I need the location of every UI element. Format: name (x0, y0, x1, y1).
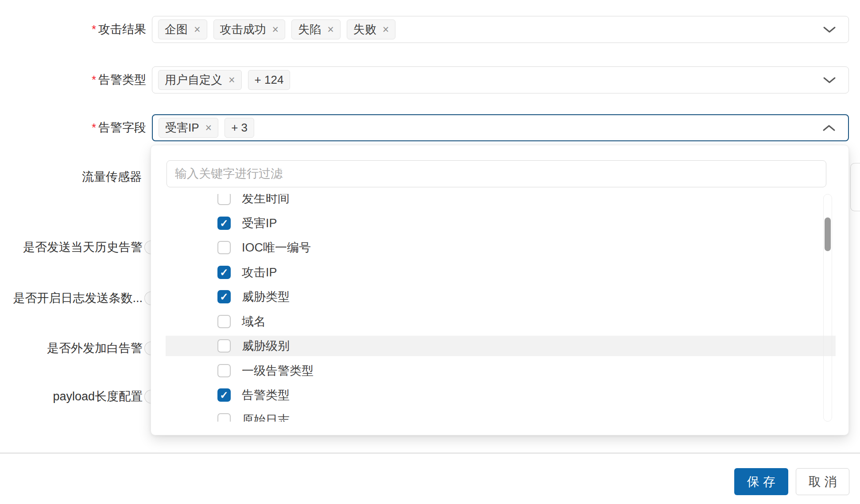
required-asterisk: * (92, 23, 96, 36)
tag-attack-success: 攻击成功× (213, 19, 286, 39)
filter-keyword-input[interactable] (167, 160, 826, 187)
checkbox-unchecked[interactable] (217, 339, 231, 353)
traffic-sensor-select-edge (850, 163, 860, 211)
checkbox-unchecked[interactable] (217, 194, 231, 205)
chevron-down-icon (823, 26, 836, 34)
checkbox-unchecked[interactable] (217, 241, 231, 254)
save-button[interactable]: 保 存 (734, 468, 788, 495)
check-icon: ✓ (218, 217, 230, 229)
tag-close-icon[interactable]: × (205, 122, 212, 133)
alert-field-label: *告警字段 (0, 119, 146, 136)
whitelist-alert-label: 是否外发加白告警 (0, 339, 143, 357)
log-count-label: 是否开启日志发送条数... (0, 289, 143, 307)
tag-compromised: 失陷× (291, 19, 341, 39)
cancel-button[interactable]: 取 消 (796, 468, 849, 495)
checkbox-unchecked[interactable] (217, 364, 231, 377)
tag-attempt: 企图× (158, 19, 207, 39)
alert-type-label: *告警类型 (0, 71, 146, 89)
checkbox-checked[interactable]: ✓ (217, 266, 231, 279)
checkbox-unchecked[interactable] (217, 315, 231, 328)
checkbox-unchecked[interactable] (217, 413, 231, 422)
scrollbar-thumb[interactable] (825, 217, 831, 251)
checkbox-checked[interactable]: ✓ (217, 290, 231, 303)
tag-close-icon[interactable]: × (194, 24, 201, 35)
checkbox-checked[interactable]: ✓ (217, 388, 231, 402)
alert-field-dropdown: 发生时间 ✓ 受害IP IOC唯一编号 ✓ 攻击IP ✓ 威胁类型 域名 (151, 145, 849, 435)
option-attack-ip[interactable]: ✓ 攻击IP (166, 262, 836, 283)
footer-divider (0, 453, 860, 454)
required-asterisk: * (92, 73, 96, 86)
alert-type-select[interactable]: 用户自定义× + 124 (152, 66, 849, 93)
send-history-label: 是否发送当天历史告警 (0, 238, 143, 256)
tag-victim-ip: 受害IP× (159, 118, 218, 138)
alert-export-config-form: *攻击结果 企图× 攻击成功× 失陷× 失败× *告警类型 用户自定义× + 1… (0, 0, 860, 504)
option-alert-type[interactable]: ✓ 告警类型 (166, 385, 836, 405)
tag-user-defined: 用户自定义× (158, 70, 242, 90)
tag-close-icon[interactable]: × (229, 74, 235, 85)
option-level1-alert-type[interactable]: 一级告警类型 (166, 361, 836, 381)
tag-close-icon[interactable]: × (272, 24, 279, 35)
chevron-down-icon (823, 76, 836, 84)
payload-length-label: payload长度配置 (0, 388, 143, 405)
attack-result-label: *攻击结果 (0, 20, 146, 38)
option-threat-level[interactable]: 威胁级别 (166, 336, 836, 356)
check-icon: ✓ (218, 291, 230, 303)
checkbox-checked[interactable]: ✓ (217, 217, 231, 230)
alert-field-select[interactable]: 受害IP× + 3 (152, 114, 849, 141)
attack-result-select[interactable]: 企图× 攻击成功× 失陷× 失败× (152, 16, 849, 43)
tag-failed: 失败× (347, 19, 396, 39)
option-occur-time[interactable]: 发生时间 (166, 194, 836, 209)
tag-close-icon[interactable]: × (327, 24, 334, 35)
option-threat-type[interactable]: ✓ 威胁类型 (166, 287, 836, 307)
chevron-up-icon (822, 124, 836, 132)
option-domain[interactable]: 域名 (166, 311, 836, 332)
required-asterisk: * (92, 121, 96, 134)
traffic-sensor-label: 流量传感器 (0, 168, 142, 186)
tag-close-icon[interactable]: × (383, 24, 389, 35)
check-icon: ✓ (218, 267, 230, 279)
option-list: 发生时间 ✓ 受害IP IOC唯一编号 ✓ 攻击IP ✓ 威胁类型 域名 (151, 194, 849, 422)
option-victim-ip[interactable]: ✓ 受害IP (166, 213, 836, 233)
option-ioc-id[interactable]: IOC唯一编号 (166, 237, 836, 258)
option-raw-log[interactable]: 原始日志 (166, 410, 836, 422)
check-icon: ✓ (218, 389, 230, 401)
tag-more-count: + 3 (225, 118, 254, 138)
tag-more-count: + 124 (248, 70, 291, 90)
